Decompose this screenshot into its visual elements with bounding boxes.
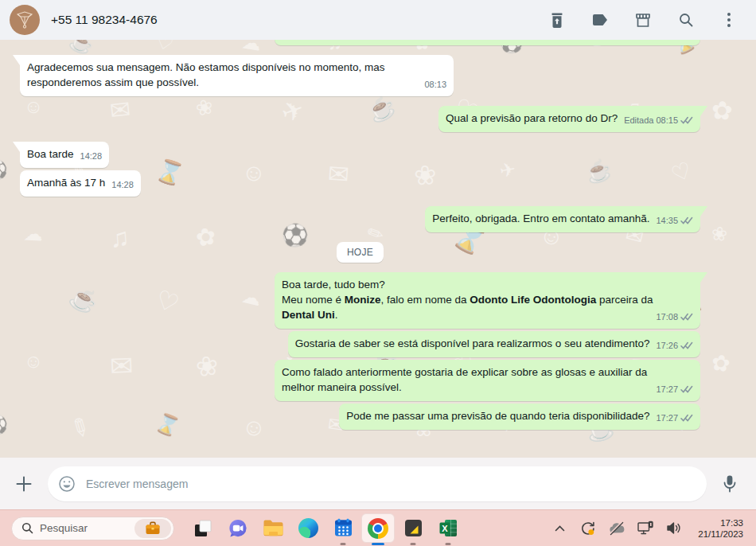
calendar-icon[interactable] (325, 510, 360, 546)
search-icon (21, 522, 33, 534)
message-text: Agradecemos sua mensagem. Não estamos di… (27, 61, 384, 88)
label-icon[interactable] (590, 10, 610, 29)
theme-squares-icon[interactable] (185, 510, 220, 546)
message-row: Como falado anteriormente gostaria de ex… (20, 360, 700, 401)
message-meta: 14:35 (656, 213, 693, 228)
taskbar-search[interactable] (11, 517, 174, 540)
contact-phone[interactable]: +55 11 98234-4676 (51, 13, 158, 27)
message-list: Dental Uni.Editada08:13 Agradecemos sua … (0, 40, 756, 458)
message-text: Boa tarde, tudo bem?Meu nome é Monize, f… (282, 279, 653, 321)
emoji-icon[interactable] (58, 475, 76, 493)
message-meta: 17:26 (656, 338, 693, 353)
message-time: 08:13 (424, 77, 446, 92)
message-row: Perfeito, obrigada. Entro em contato ama… (20, 206, 700, 232)
whatsapp-window: +55 11 98234-4676 (0, 0, 756, 546)
file-explorer-icon[interactable] (255, 510, 290, 546)
message-text: Boa tarde14:28 (27, 146, 102, 162)
message-bubble-out[interactable]: Pode me passar uma previsão de quando te… (339, 404, 700, 430)
system-tray: 17:33 21/11/2023 (548, 517, 748, 540)
onedrive-off-icon[interactable] (606, 517, 628, 540)
message-time: 14:35 (656, 213, 678, 228)
search-icon[interactable] (676, 10, 696, 29)
message-time: 14:28 (80, 149, 103, 164)
update-icon[interactable] (577, 517, 599, 540)
message-row: Amanhã às 17 h14:28 (20, 170, 700, 197)
chat-video-icon[interactable] (220, 510, 255, 546)
message-row: Dental Uni.Editada08:13 (20, 40, 700, 45)
header-actions (548, 10, 738, 29)
message-row: Agradecemos sua mensagem. Não estamos di… (20, 55, 700, 96)
menu-kebab-icon[interactable] (719, 10, 738, 29)
double-check-icon (680, 216, 693, 225)
message-input[interactable] (48, 466, 707, 501)
notes-icon[interactable] (396, 510, 431, 546)
message-meta: Editada08:13 (624, 40, 693, 41)
date-divider-row: HOJE (20, 242, 700, 263)
volume-icon[interactable] (663, 517, 685, 540)
message-time: 17:27 (656, 411, 678, 426)
message-text: Amanhã às 17 h14:28 (27, 175, 134, 190)
double-check-icon (680, 414, 693, 423)
message-text: Perfeito, obrigada. Entro em contato ama… (432, 211, 693, 226)
running-indicator (446, 543, 451, 545)
message-meta: 14:28 (80, 149, 103, 164)
chat-header: +55 11 98234-4676 (0, 0, 756, 40)
message-time: 08:13 (656, 40, 678, 41)
chevron-up-icon[interactable] (548, 517, 571, 540)
message-time: 17:27 (656, 382, 678, 397)
taskbar-clock[interactable]: 17:33 21/11/2023 (692, 517, 748, 540)
active-indicator (372, 543, 384, 545)
message-bubble-out[interactable]: Gostaria de saber se está disponível par… (288, 331, 700, 357)
double-check-icon (680, 313, 693, 322)
message-text: Qual a previsão para retorno do Dr?Edita… (446, 111, 693, 126)
message-bubble-out[interactable]: Dental Uni.Editada08:13 (275, 40, 700, 45)
message-time: 17:08 (656, 310, 678, 325)
double-check-icon (680, 116, 693, 125)
double-check-icon (680, 385, 693, 394)
message-meta: 17:08 (656, 310, 693, 325)
message-bubble-out[interactable]: Perfeito, obrigada. Entro em contato ama… (425, 206, 700, 232)
date-divider: HOJE (337, 242, 384, 263)
running-indicator (341, 543, 346, 545)
svg-text:X: X (442, 524, 448, 533)
excel-icon[interactable]: X (431, 510, 466, 546)
chrome-icon[interactable] (360, 510, 396, 546)
message-input-wrap (48, 466, 707, 501)
taskbar: X (0, 509, 756, 546)
trash-icon[interactable] (548, 10, 567, 29)
edited-label: Editada (624, 40, 653, 41)
storefront-icon[interactable] (633, 10, 653, 29)
message-bubble-out[interactable]: Como falado anteriormente gostaria de ex… (275, 360, 700, 401)
running-indicator (411, 543, 416, 545)
plus-icon[interactable] (11, 471, 37, 497)
message-meta: 08:13 (424, 77, 446, 92)
search-highlight-badge[interactable] (134, 519, 171, 538)
microphone-icon[interactable] (718, 472, 742, 496)
message-row: Qual a previsão para retorno do Dr?Edita… (20, 106, 700, 132)
message-bubble-out[interactable]: Qual a previsão para retorno do Dr?Edita… (438, 106, 700, 132)
message-bubble-in[interactable]: Boa tarde14:28 (20, 142, 109, 168)
message-text: Como falado anteriormente gostaria de ex… (282, 366, 647, 393)
message-bubble-in[interactable]: Agradecemos sua mensagem. Não estamos di… (20, 55, 454, 96)
message-bubble-out[interactable]: Boa tarde, tudo bem?Meu nome é Monize, f… (275, 272, 700, 329)
message-row: Pode me passar uma previsão de quando te… (20, 404, 700, 430)
network-icon[interactable] (634, 517, 657, 540)
message-time: 14:28 (111, 177, 134, 193)
taskbar-search-input[interactable] (40, 522, 128, 534)
tooth-logo-icon (14, 10, 35, 30)
message-meta: 14:28 (111, 177, 134, 193)
message-row: Boa tarde, tudo bem?Meu nome é Monize, f… (20, 272, 700, 329)
message-time: 17:26 (656, 338, 678, 353)
double-check-icon (680, 341, 693, 350)
message-text: Gostaria de saber se está disponível par… (295, 336, 693, 351)
message-meta: 17:27 (656, 382, 693, 397)
message-row: Gostaria de saber se está disponível par… (20, 331, 700, 357)
contact-avatar[interactable] (10, 5, 40, 35)
message-bubble-in[interactable]: Amanhã às 17 h14:28 (20, 170, 141, 197)
message-row: Boa tarde14:28 (20, 142, 700, 168)
edited-label: Editada (624, 113, 653, 128)
edge-icon[interactable] (290, 510, 325, 546)
briefcase-icon (145, 521, 161, 535)
message-time: 08:15 (656, 113, 678, 128)
message-meta: Editada08:15 (624, 113, 693, 128)
